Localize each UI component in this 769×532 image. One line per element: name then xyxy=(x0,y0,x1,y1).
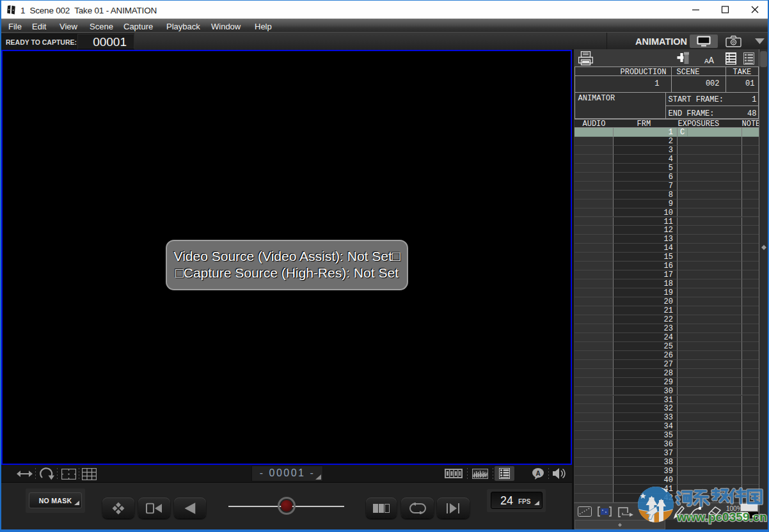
svg-text:www.pc0359.cn: www.pc0359.cn xyxy=(676,510,767,524)
svg-text:A: A xyxy=(535,470,540,477)
